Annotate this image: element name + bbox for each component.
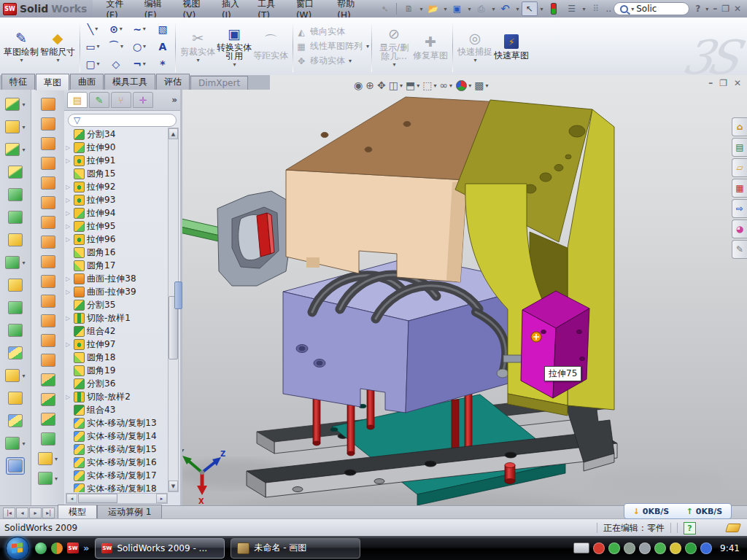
ruled-surface-icon[interactable] [39, 253, 58, 271]
scroll-thumb[interactable] [78, 494, 117, 503]
save-icon[interactable]: ▣ [449, 1, 465, 16]
expand-arrow-icon[interactable]: ▷ [66, 315, 71, 322]
search-input[interactable]: ▾ Solic [614, 2, 689, 15]
scroll-up-button[interactable]: ▲ [169, 128, 178, 139]
filled-surface-icon[interactable] [39, 174, 58, 192]
expand-arrow-icon[interactable]: ▷ [66, 223, 71, 230]
tree-item[interactable]: 圆角19 [66, 364, 166, 377]
section-view-icon[interactable]: ◫▾ [389, 79, 403, 91]
launcher-icon[interactable] [51, 542, 63, 554]
minimize-button[interactable]: – [713, 4, 717, 14]
command-tab[interactable]: 评估 [156, 74, 190, 90]
replace-face-icon[interactable] [39, 292, 58, 310]
tree-item[interactable]: ▷ 拉伸93 [66, 193, 166, 206]
chevron-down-icon[interactable]: ▾ [97, 43, 100, 50]
delete-face-icon[interactable] [39, 273, 58, 290]
tree-item[interactable]: ▷ 切除-放样1 [66, 311, 166, 324]
ellipse-tool-icon[interactable]: ○▾ [128, 38, 151, 55]
security-alert-icon[interactable] [593, 542, 605, 554]
quicklaunch-overflow-chevron[interactable]: » [83, 542, 89, 553]
smart-dimension-button[interactable]: ◆ 智能尺寸 ▾ [39, 28, 76, 65]
tree-item[interactable]: 实体-移动/复制14 [66, 429, 166, 443]
chevron-down-icon[interactable]: ▾ [22, 260, 25, 266]
circle-tool-icon[interactable]: ⊙▾ [104, 20, 128, 38]
wrap-icon[interactable] [6, 231, 25, 249]
feature-manager-tab[interactable]: ▤ [67, 92, 88, 108]
last-tab-button[interactable]: ▸| [42, 508, 55, 518]
chamfer-icon[interactable] [6, 163, 25, 181]
custom-properties-icon[interactable]: ✎ [732, 240, 747, 259]
expand-arrow-icon[interactable]: ▷ [66, 276, 71, 282]
extruded-cut-icon[interactable]: ▾ [3, 96, 27, 113]
chevron-down-icon[interactable]: ▾ [143, 61, 146, 67]
rib-icon[interactable] [6, 276, 25, 294]
open-file-icon[interactable]: 📂 [425, 1, 441, 16]
tree-item[interactable]: ▷ 曲面-拉伸39 [66, 285, 166, 298]
chevron-down-icon[interactable]: ▾ [143, 26, 146, 32]
expand-arrow-icon[interactable]: ▷ [66, 394, 71, 400]
command-tab[interactable]: 模具工具 [104, 74, 155, 90]
arc-tool-icon[interactable]: ⌒▾ [104, 38, 128, 55]
slot-tool-icon[interactable]: ▢▾ [81, 55, 104, 73]
curve-icon[interactable]: ▾ [3, 367, 27, 384]
selection-box-icon[interactable]: ▧ [151, 20, 174, 38]
boundary-surface-icon[interactable] [39, 155, 58, 172]
tree-item[interactable]: 圆角17 [66, 259, 166, 272]
graphics-viewport[interactable]: Y Z X ◉ ⊕ ✥ ◫▾ [180, 75, 747, 505]
tree-item[interactable]: ▷ 切除-放样2 [66, 390, 166, 403]
zoom-fit-icon[interactable]: ◉ [354, 79, 363, 91]
extend-surface-icon[interactable] [39, 312, 58, 330]
sync-ball-icon[interactable] [700, 542, 712, 554]
tree-item[interactable]: ▷ 拉伸96 [66, 233, 166, 246]
chevron-down-icon[interactable]: ▾ [631, 6, 634, 12]
upload-tool-icon[interactable] [654, 542, 666, 554]
select-tool-icon[interactable]: ↖ [522, 1, 538, 16]
update-gear-icon[interactable] [624, 542, 635, 554]
scroll-right-button[interactable]: ▸ [156, 494, 167, 503]
zoom-area-icon[interactable]: ⊕ [365, 79, 374, 91]
antivirus-shield-icon[interactable] [608, 542, 620, 554]
taskbar-button-solidworks[interactable]: SW SolidWorks 2009 - ... [95, 538, 225, 559]
polygon-tool-icon[interactable]: ◇ [104, 55, 128, 73]
chevron-down-icon[interactable]: ▾ [143, 43, 146, 50]
3d-model-canvas[interactable]: Y Z X [180, 75, 747, 505]
spline-surface-icon[interactable]: ▾ [36, 470, 60, 487]
sketch-button[interactable]: ✎ 草图绘制 ▾ [3, 28, 39, 65]
tree-item[interactable]: 圆角16 [66, 246, 166, 259]
split-icon[interactable] [6, 299, 25, 316]
tree-vertical-scrollbar[interactable]: ▲ ▼ [168, 128, 179, 492]
health-shield-icon[interactable] [685, 542, 697, 554]
model-tab[interactable]: 运动算例 1 [97, 505, 162, 519]
core-insert[interactable] [180, 191, 301, 286]
toolbox-icon[interactable]: ▦ [732, 179, 747, 198]
line-tool-icon[interactable]: ╲▾ [81, 20, 104, 38]
scroll-down-button[interactable]: ▼ [169, 481, 178, 491]
sketch-fillet-icon[interactable]: ¬▾ [128, 55, 151, 73]
tree-item[interactable]: ▷ 拉伸94 [66, 206, 166, 219]
move-copy-body-icon[interactable] [6, 344, 25, 362]
input-method-icon[interactable] [573, 542, 589, 553]
expand-arrow-icon[interactable]: ▷ [66, 289, 71, 295]
expand-arrow-icon[interactable]: ▷ [66, 184, 71, 190]
appearances-icon[interactable]: ◕ [732, 219, 747, 238]
tree-item[interactable]: ▷ 拉伸91 [66, 154, 166, 167]
dome-icon[interactable] [39, 411, 58, 428]
tree-item[interactable]: 组合43 [66, 403, 166, 416]
chevron-down-icon[interactable]: ▾ [56, 57, 59, 63]
scroll-left-button[interactable]: ◂ [66, 494, 77, 503]
tree-horizontal-scrollbar[interactable]: ◂ ▸ [66, 493, 168, 504]
close-button[interactable]: ✕ [734, 4, 741, 14]
tree-filter-input[interactable]: ▽ [68, 114, 177, 127]
expand-arrow-icon[interactable]: ▷ [66, 158, 71, 164]
chevron-down-icon[interactable]: ▾ [120, 43, 123, 50]
undo-icon[interactable]: ↶ [498, 1, 514, 16]
configuration-manager-tab[interactable]: ⑂ [111, 92, 131, 108]
swept-surface-icon[interactable] [39, 96, 58, 113]
tree-item[interactable]: 圆角15 [66, 167, 166, 180]
expand-arrow-icon[interactable]: ▷ [66, 197, 71, 203]
volume-icon[interactable] [639, 542, 651, 554]
next-tab-button[interactable]: ▸ [29, 508, 42, 518]
chevron-down-icon[interactable]: ▾ [449, 82, 452, 89]
spline-tool-icon[interactable]: ~▾ [128, 20, 151, 38]
instant3d-icon[interactable] [6, 457, 25, 475]
